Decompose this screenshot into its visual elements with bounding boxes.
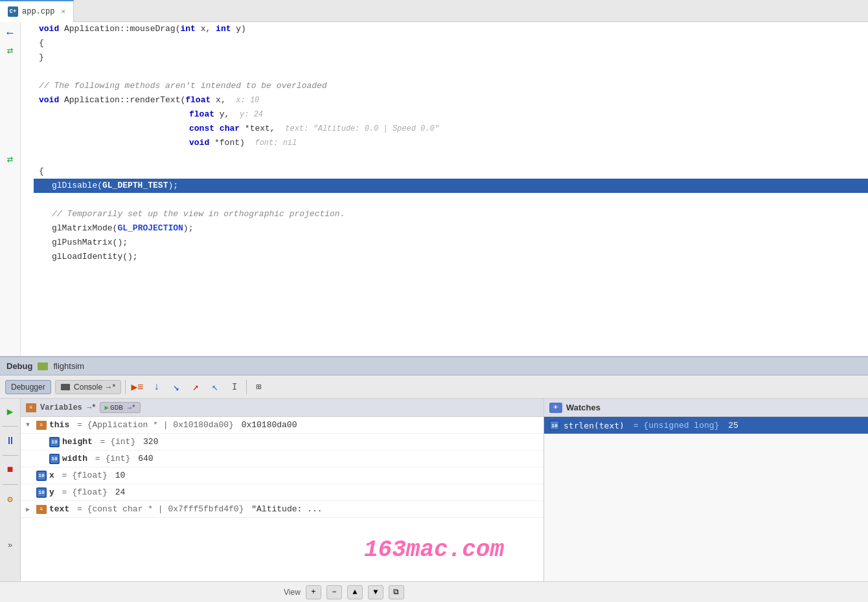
code-line-9: void *font) font: nil	[34, 136, 868, 150]
tab-app-cpp[interactable]: C+ app.cpp ✕	[0, 0, 74, 22]
var-value-width: 640	[133, 454, 153, 463]
bottom-controls: View + − ▲ ▼ ⧉	[0, 581, 868, 602]
var-type-y: = {float}	[57, 487, 108, 497]
step-out-icon[interactable]: ↗	[188, 379, 203, 395]
code-line-11: {	[34, 164, 868, 179]
gdb-btn[interactable]: ▶ GDB →*	[100, 402, 140, 413]
cpp-file-icon: C+	[8, 6, 18, 17]
var-value-x: 10	[110, 471, 125, 480]
swap-arrows-icon[interactable]: ⇄	[3, 43, 18, 58]
var-icon-x: 10	[36, 471, 47, 481]
swap-arrows-icon2[interactable]: ⇄	[3, 151, 18, 167]
var-icon-y: 10	[36, 487, 47, 498]
code-editor[interactable]: void Application::mouseDrag(int x, int y…	[34, 22, 868, 356]
var-name-width: width	[62, 454, 87, 463]
remove-watch-btn[interactable]: −	[326, 585, 342, 599]
var-row-height[interactable]: 10 height = {int} 320	[21, 434, 543, 451]
debug-left-bar: ▶ ⏸ ■ ⚙ »	[0, 399, 21, 581]
expand-icon-this[interactable]: ▼	[26, 421, 34, 429]
code-line-17: glLoadIdentity();	[34, 250, 868, 264]
variables-label[interactable]: Variables →*	[40, 403, 96, 412]
left-control-bar: ⟵ ⇄ ⇄	[0, 22, 21, 356]
console-btn[interactable]: Console →*	[55, 380, 121, 394]
tab-close-icon[interactable]: ✕	[61, 7, 65, 16]
var-row-this[interactable]: ▼ ≡ this = {Application * | 0x10180da00}…	[21, 417, 543, 434]
code-line-2: {	[34, 36, 868, 50]
code-line-12: glDisable(GL_DEPTH_TEST);	[34, 179, 868, 193]
watch-expression: strlen(text)	[564, 421, 624, 430]
tab-filename: app.cpp	[22, 7, 54, 16]
watch-value: 25	[723, 421, 738, 430]
step-into-alt-icon[interactable]: ↘	[168, 379, 184, 395]
var-type-width: = {int}	[90, 454, 130, 463]
resume-btn[interactable]: ▶	[3, 404, 18, 419]
variables-list: ▼ ≡ this = {Application * | 0x10180da00}…	[21, 417, 543, 581]
watches-icon: 👁	[549, 403, 562, 413]
add-watch-btn[interactable]: +	[306, 585, 321, 599]
step-into-icon[interactable]: ↓	[149, 379, 165, 395]
code-line-8: const char *text, text: "Altitude: 0.0 |…	[34, 122, 868, 136]
breakpoints-icon[interactable]: ⊞	[251, 379, 266, 395]
view-label: View	[284, 588, 301, 597]
var-type-this: = {Application * | 0x10180da00}	[72, 420, 234, 430]
code-line-10	[34, 150, 868, 164]
var-type-text: = {const char * | 0x7fff5fbfd4f0}	[72, 504, 244, 514]
console-icon	[61, 384, 70, 390]
var-name-this: this	[49, 420, 69, 430]
main-container: ⟵ ⇄ ⇄ void Application::mouseDrag(int x,…	[0, 22, 868, 602]
step-over-icon[interactable]: ▶≡	[130, 379, 145, 395]
code-line-13	[34, 193, 868, 207]
code-line-16: glPushMatrix();	[34, 236, 868, 250]
move-up-btn[interactable]: ▲	[347, 585, 363, 599]
navigate-back-icon[interactable]: ⟵	[3, 25, 18, 40]
watches-panel: 👁 Watches 10 strlen(text) = {unsigned lo…	[544, 399, 868, 581]
var-name-x: x	[49, 471, 54, 480]
var-value-y: 24	[110, 487, 125, 497]
var-name-text: text	[49, 504, 69, 514]
code-line-6: void Application::renderText(float x, x:…	[34, 93, 868, 107]
stop-btn[interactable]: ■	[3, 462, 18, 478]
continue-icon[interactable]: ↖	[207, 379, 223, 395]
var-name-height: height	[62, 437, 93, 447]
terminal-icon: ▶	[104, 403, 109, 412]
watch-row-strlen[interactable]: 10 strlen(text) = {unsigned long} 25	[544, 417, 868, 434]
watch-icon-strlen: 10	[549, 420, 560, 430]
debug-content: ▶ ⏸ ■ ⚙ » ≡ Variables →* ▶ GDB →*	[0, 399, 868, 581]
debug-label: Debug	[6, 361, 32, 371]
watches-header: 👁 Watches	[544, 399, 868, 417]
cursor-pos-icon[interactable]: I	[227, 379, 242, 395]
var-name-y: y	[49, 487, 54, 497]
var-row-x[interactable]: 10 x = {float} 10	[21, 467, 543, 484]
toolbar-separator2	[246, 380, 247, 394]
code-line-4	[34, 65, 868, 79]
expand-icon-text[interactable]: ▶	[26, 506, 34, 513]
folder-icon	[38, 362, 48, 370]
var-type-height: = {int}	[95, 437, 135, 447]
code-line-1: void Application::mouseDrag(int x, int y…	[34, 22, 868, 36]
var-type-x: = {float}	[57, 471, 108, 480]
debug-config-btn[interactable]: ⚙	[3, 491, 18, 507]
code-line-5: // The following methods aren't intended…	[34, 79, 868, 93]
code-line-14: // Temporarily set up the view in orthog…	[34, 207, 868, 221]
toolbar-separator	[125, 380, 126, 394]
code-line-15: glMatrixMode(GL_PROJECTION);	[34, 221, 868, 236]
editor-area: ⟵ ⇄ ⇄ void Application::mouseDrag(int x,…	[0, 22, 868, 356]
copy-btn[interactable]: ⧉	[389, 585, 404, 599]
watches-label: Watches	[566, 403, 600, 412]
debug-header: Debug flightsim	[0, 357, 868, 375]
var-row-width[interactable]: 10 width = {int} 640	[21, 451, 543, 467]
var-list-icon-text: ≡	[36, 505, 47, 514]
debugger-btn[interactable]: Debugger	[5, 380, 51, 394]
editor-gutter	[21, 22, 34, 356]
var-row-text[interactable]: ▶ ≡ text = {const char * | 0x7fff5fbfd4f…	[21, 501, 543, 518]
var-row-y[interactable]: 10 y = {float} 24	[21, 484, 543, 501]
var-list-icon-this: ≡	[36, 421, 47, 430]
code-line-7: float y, y: 24	[34, 107, 868, 122]
tab-bar: C+ app.cpp ✕	[0, 0, 868, 22]
move-down-btn[interactable]: ▼	[368, 585, 383, 599]
var-icon-height: 10	[49, 437, 60, 447]
expand-arrows-icon[interactable]: »	[3, 538, 18, 553]
process-name: flightsim	[53, 361, 84, 371]
pause-btn[interactable]: ⏸	[3, 433, 18, 449]
debug-toolbar: Debugger Console →* ▶≡ ↓ ↘ ↗ ↖ I ⊞	[0, 375, 868, 399]
